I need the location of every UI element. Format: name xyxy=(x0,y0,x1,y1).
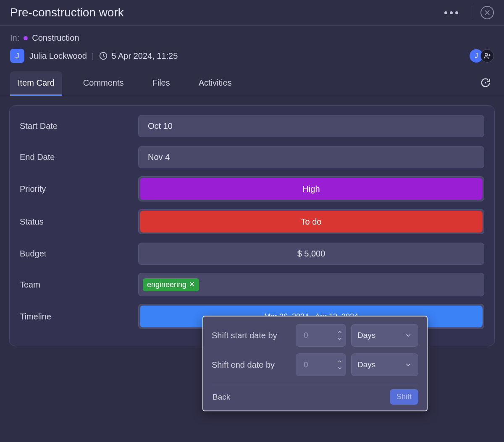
close-button[interactable] xyxy=(480,6,494,19)
meta-section: In: Construction J Julia Lockwood | 5 Ap… xyxy=(0,26,504,71)
tab-item-card[interactable]: Item Card xyxy=(10,71,62,96)
svg-point-1 xyxy=(485,53,488,56)
shift-start-label: Shift start date by xyxy=(212,331,291,340)
start-date-value[interactable]: Oct 10 xyxy=(138,115,484,137)
shift-dates-popover: Shift start date by 0 Days Shift end dat… xyxy=(202,316,428,411)
svg-point-2 xyxy=(485,82,486,83)
shift-end-unit-select[interactable]: Days xyxy=(351,353,418,376)
back-button[interactable]: Back xyxy=(212,390,231,404)
priority-value[interactable]: High xyxy=(140,178,483,200)
breadcrumb: In: Construction xyxy=(10,33,494,43)
tabs-row: Item Card Comments Files Activities xyxy=(0,71,504,96)
timestamp: 5 Apr 2024, 11:25 xyxy=(111,51,178,61)
chevron-down-icon xyxy=(404,332,412,339)
separator: | xyxy=(92,52,94,60)
created-time: 5 Apr 2024, 11:25 xyxy=(99,51,178,61)
popover-divider xyxy=(212,383,418,383)
chevron-down-icon[interactable] xyxy=(336,365,343,371)
shift-end-row: Shift end date by 0 Days xyxy=(212,353,418,376)
author-left: J Julia Lockwood | 5 Apr 2024, 11:25 xyxy=(10,49,178,63)
header-actions xyxy=(441,6,494,19)
author-row: J Julia Lockwood | 5 Apr 2024, 11:25 J xyxy=(10,49,494,63)
team-wrap[interactable]: engineering xyxy=(138,273,484,296)
field-label: Team xyxy=(20,280,133,290)
field-budget: Budget $ 5,000 xyxy=(20,242,484,265)
shift-start-unit-select[interactable]: Days xyxy=(351,324,418,347)
in-label: In: xyxy=(10,33,19,43)
chevron-down-icon[interactable] xyxy=(336,336,343,342)
board-color-dot-icon xyxy=(24,36,28,40)
dot-icon xyxy=(455,11,458,14)
refresh-icon xyxy=(480,77,491,89)
field-start-date: Start Date Oct 10 xyxy=(20,114,484,138)
chevron-up-icon[interactable] xyxy=(336,329,343,335)
popover-actions: Back Shift xyxy=(212,387,418,405)
add-user-icon xyxy=(483,52,491,60)
shift-end-spinner xyxy=(336,354,343,376)
field-label: Timeline xyxy=(20,312,133,322)
shift-end-label: Shift end date by xyxy=(212,360,291,370)
author-name: Julia Lockwood xyxy=(29,51,87,61)
tab-activities[interactable]: Activities xyxy=(191,71,239,96)
dot-icon xyxy=(450,11,453,14)
assignees: J xyxy=(470,49,494,63)
shift-start-spinner xyxy=(336,324,343,346)
unit-label: Days xyxy=(357,331,375,340)
more-options-button[interactable] xyxy=(441,8,462,18)
close-icon xyxy=(484,9,491,16)
team-tag: engineering xyxy=(143,278,199,291)
tab-comments[interactable]: Comments xyxy=(76,71,131,96)
add-assignee-button[interactable] xyxy=(480,49,494,63)
budget-value[interactable]: $ 5,000 xyxy=(138,243,484,265)
shift-start-placeholder: 0 xyxy=(296,331,308,340)
field-label: Budget xyxy=(20,249,133,259)
close-icon xyxy=(189,281,195,287)
field-team: Team engineering xyxy=(20,273,484,296)
field-priority: Priority High xyxy=(20,176,484,201)
status-value[interactable]: To do xyxy=(140,211,483,233)
field-label: Priority xyxy=(20,184,133,194)
chevron-down-icon xyxy=(404,361,412,369)
board-link[interactable]: Construction xyxy=(32,33,79,43)
status-wrap: To do xyxy=(138,209,484,234)
item-card: Start Date Oct 10 End Date Nov 4 Priorit… xyxy=(9,105,495,346)
shift-start-row: Shift start date by 0 Days xyxy=(212,324,418,347)
field-label: End Date xyxy=(20,152,133,162)
field-label: Start Date xyxy=(20,121,133,131)
refresh-button[interactable] xyxy=(477,74,494,93)
clock-icon xyxy=(99,51,108,60)
shift-end-input[interactable]: 0 xyxy=(296,353,346,376)
end-date-value[interactable]: Nov 4 xyxy=(138,146,484,168)
chevron-up-icon[interactable] xyxy=(336,358,343,364)
unit-label: Days xyxy=(357,360,375,369)
field-label: Status xyxy=(20,217,133,227)
tabs: Item Card Comments Files Activities xyxy=(10,71,239,96)
shift-button[interactable]: Shift xyxy=(390,389,418,405)
priority-wrap: High xyxy=(138,176,484,201)
author-avatar[interactable]: J xyxy=(10,49,24,63)
page-title: Pre-construction work xyxy=(10,6,124,19)
team-tag-label: engineering xyxy=(147,280,186,289)
dot-icon xyxy=(444,11,447,14)
field-end-date: End Date Nov 4 xyxy=(20,145,484,169)
header: Pre-construction work xyxy=(0,0,504,26)
team-tag-remove[interactable] xyxy=(189,280,195,289)
shift-end-placeholder: 0 xyxy=(296,360,308,369)
shift-start-input[interactable]: 0 xyxy=(296,324,346,347)
tab-files[interactable]: Files xyxy=(145,71,178,96)
field-status: Status To do xyxy=(20,209,484,234)
close-wrapper xyxy=(472,6,494,19)
